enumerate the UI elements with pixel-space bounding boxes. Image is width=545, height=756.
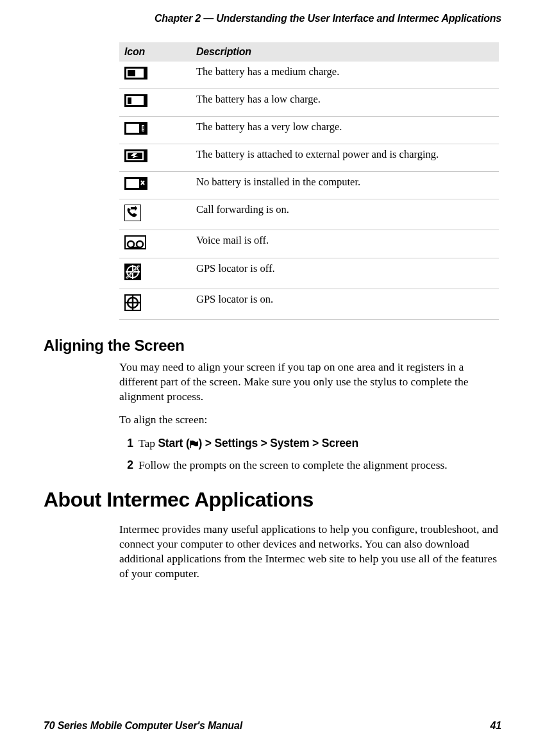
table-row: GPS locator is on. xyxy=(119,289,499,320)
table-header-icon: Icon xyxy=(119,42,191,62)
table-row: The battery is attached to external powe… xyxy=(119,144,499,172)
battery-medium-icon xyxy=(124,67,147,80)
step-1-text-pre: Tap xyxy=(138,437,158,449)
icon-cell xyxy=(119,62,191,89)
voicemail-off-icon xyxy=(124,235,146,249)
description-cell: GPS locator is on. xyxy=(191,289,499,320)
icon-cell xyxy=(119,199,191,230)
aligning-screen-paragraph-1: You may need to align your screen if you… xyxy=(119,360,499,403)
gps-off-icon xyxy=(124,264,141,280)
description-cell: The battery is attached to external powe… xyxy=(191,144,499,172)
icon-cell xyxy=(119,89,191,117)
battery-charging-icon xyxy=(124,149,147,162)
table-row: No battery is installed in the computer. xyxy=(119,172,499,199)
description-cell: Voice mail is off. xyxy=(191,230,499,258)
table-row: The battery has a very low charge. xyxy=(119,117,499,144)
icon-cell xyxy=(119,144,191,172)
heading-about-intermec-applications: About Intermec Applications xyxy=(44,488,501,512)
step-2-text: Follow the prompts on the screen to comp… xyxy=(138,458,499,473)
description-cell: No battery is installed in the computer. xyxy=(191,172,499,199)
gps-on-icon xyxy=(124,294,141,311)
table-header-description: Description xyxy=(191,42,499,62)
description-cell: The battery has a low charge. xyxy=(191,89,499,117)
chapter-header: Chapter 2 — Understanding the User Inter… xyxy=(44,13,501,24)
description-cell: Call forwarding is on. xyxy=(191,199,499,230)
table-row: The battery has a medium charge. xyxy=(119,62,499,89)
step-number: 1 xyxy=(119,436,138,451)
step-1-bold: Start () > Settings > System > Screen xyxy=(158,437,358,449)
icon-cell xyxy=(119,230,191,258)
about-intermec-paragraph: Intermec provides many useful applicatio… xyxy=(119,522,499,580)
heading-aligning-screen: Aligning the Screen xyxy=(44,337,501,355)
table-row: Call forwarding is on. xyxy=(119,199,499,230)
description-cell: The battery has a medium charge. xyxy=(191,62,499,89)
table-row: GPS locator is off. xyxy=(119,258,499,289)
aligning-screen-paragraph-2: To align the screen: xyxy=(119,412,499,427)
battery-low-icon xyxy=(124,94,147,107)
step-number: 2 xyxy=(119,458,138,473)
icon-cell xyxy=(119,117,191,144)
icon-cell xyxy=(119,258,191,289)
battery-missing-icon xyxy=(124,177,147,190)
step-2: 2 Follow the prompts on the screen to co… xyxy=(119,458,499,473)
icon-description-table: Icon Description The battery has a mediu… xyxy=(119,42,499,320)
step-1: 1 Tap Start () > Settings > System > Scr… xyxy=(119,436,499,451)
description-cell: GPS locator is off. xyxy=(191,258,499,289)
windows-flag-icon xyxy=(190,439,199,448)
icon-cell xyxy=(119,172,191,199)
battery-verylow-icon xyxy=(124,122,147,135)
table-row: Voice mail is off. xyxy=(119,230,499,258)
table-row: The battery has a low charge. xyxy=(119,89,499,117)
icon-cell xyxy=(119,289,191,320)
call-forwarding-icon xyxy=(124,205,141,221)
footer-page-number: 41 xyxy=(491,720,501,732)
description-cell: The battery has a very low charge. xyxy=(191,117,499,144)
footer-manual-title: 70 Series Mobile Computer User's Manual xyxy=(44,720,242,732)
